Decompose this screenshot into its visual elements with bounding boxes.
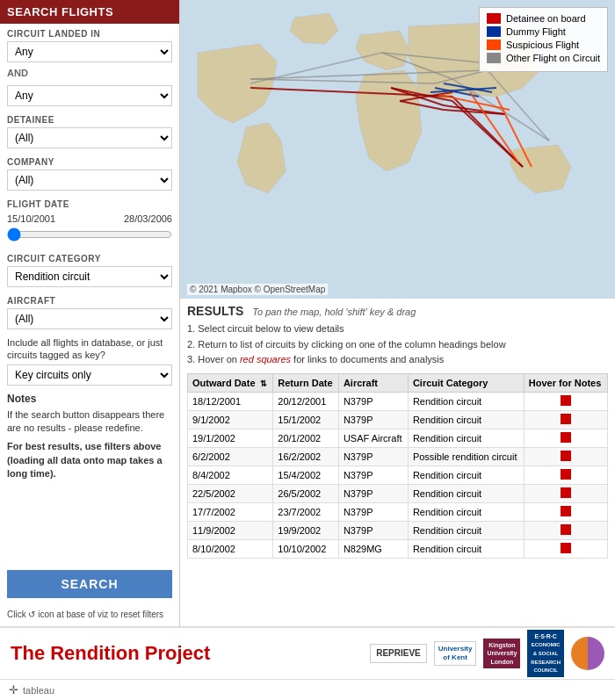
- circuit-category-select[interactable]: Rendition circuit: [7, 266, 172, 287]
- table-row[interactable]: 19/1/2002 20/1/2002 USAF Aircraft Rendit…: [188, 429, 608, 447]
- company-label: COMPANY: [7, 157, 172, 167]
- table-row[interactable]: 11/9/2002 19/9/2002 N379P Rendition circ…: [188, 521, 608, 539]
- company-select[interactable]: (All): [7, 170, 172, 191]
- date-range-display: 15/10/2001 28/03/2006: [7, 212, 172, 226]
- aircraft-select[interactable]: (All): [7, 308, 172, 329]
- results-hint: To pan the map, hold 'shift' key & drag: [252, 307, 416, 317]
- key-circuits-row: Include all flights in database, or just…: [0, 333, 179, 389]
- col-return[interactable]: Return Date: [273, 373, 339, 392]
- cell-hover-notes[interactable]: [524, 447, 607, 465]
- tableau-bar: ✛ tableau: [0, 679, 615, 700]
- aircraft-label: AIRCRAFT: [7, 296, 172, 306]
- notes-text2: For best results, use filters above (loa…: [7, 440, 172, 480]
- hover-icon: [561, 432, 571, 443]
- cell-category: Possible rendition circuit: [408, 447, 524, 465]
- legend-suspicious: Suspicious Flight: [487, 40, 600, 50]
- logo-kent: Universityof Kent: [434, 641, 477, 665]
- cell-return: 26/5/2002: [273, 484, 339, 502]
- legend-label-suspicious: Suspicious Flight: [506, 40, 579, 50]
- cell-return: 20/1/2002: [273, 429, 339, 447]
- search-button[interactable]: SEARCH: [7, 570, 172, 598]
- col-aircraft[interactable]: Aircraft: [338, 373, 408, 392]
- cell-return: 20/12/2001: [273, 392, 339, 410]
- instruction-2: 2. Return to list of circuits by clickin…: [187, 337, 608, 353]
- cell-hover-notes[interactable]: [524, 502, 607, 521]
- table-row[interactable]: 18/12/2001 20/12/2001 N379P Rendition ci…: [188, 392, 608, 410]
- cell-return: 15/4/2002: [273, 465, 339, 484]
- footer-title: The Rendition Project: [11, 642, 370, 665]
- content-area: Detainee on board Dummy Flight Suspiciou…: [180, 0, 615, 626]
- instruction-highlight: red squares: [240, 354, 291, 364]
- and-select[interactable]: Any: [7, 85, 172, 106]
- col-outward[interactable]: Outward Date ⇅: [188, 373, 273, 392]
- reset-hint: Click ↺ icon at base of viz to reset fil…: [0, 605, 179, 626]
- legend-label-other: Other Flight on Circuit: [506, 53, 600, 63]
- table-row[interactable]: 17/7/2002 23/7/2002 N379P Rendition circ…: [188, 502, 608, 521]
- search-button-container: SEARCH: [0, 563, 179, 605]
- tableau-text: tableau: [23, 685, 54, 696]
- hover-icon: [561, 543, 571, 553]
- instructions: 1. Select circuit below to view details …: [187, 321, 608, 368]
- date-start: 15/10/2001: [7, 213, 55, 224]
- circuit-landed-select[interactable]: Any: [7, 41, 172, 62]
- cell-aircraft: N829MG: [338, 539, 408, 558]
- cell-hover-notes[interactable]: [524, 539, 607, 558]
- table-row[interactable]: 9/1/2002 15/1/2002 N379P Rendition circu…: [188, 410, 608, 429]
- cell-category: Rendition circuit: [408, 429, 524, 447]
- cell-category: Rendition circuit: [408, 502, 524, 521]
- detainee-label: DETAINEE: [7, 115, 172, 125]
- logo-circle: [571, 637, 604, 670]
- results-table: Outward Date ⇅ Return Date Aircraft Circ…: [187, 373, 608, 559]
- and-label: AND: [0, 66, 179, 80]
- cell-return: 16/2/2002: [273, 447, 339, 465]
- table-row[interactable]: 8/4/2002 15/4/2002 N379P Rendition circu…: [188, 465, 608, 484]
- cell-aircraft: N379P: [338, 447, 408, 465]
- col-category[interactable]: Circuit Category: [408, 373, 524, 392]
- and-section: Any: [0, 80, 179, 110]
- app-container: SEARCH FLIGHTS CIRCUIT LANDED IN Any AND…: [0, 0, 615, 700]
- table-row[interactable]: 6/2/2002 16/2/2002 N379P Possible rendit…: [188, 447, 608, 465]
- aircraft-section: AIRCRAFT (All): [0, 291, 179, 333]
- detainee-section: DETAINEE (All): [0, 110, 179, 152]
- cell-aircraft: N379P: [338, 484, 408, 502]
- legend-label-dummy: Dummy Flight: [506, 26, 566, 37]
- table-row[interactable]: 8/10/2002 10/10/2002 N829MG Rendition ci…: [188, 539, 608, 558]
- col-notes[interactable]: Hover for Notes: [524, 373, 607, 392]
- key-circuits-select[interactable]: Key circuits only: [7, 364, 172, 386]
- legend-dummy: Dummy Flight: [487, 26, 600, 37]
- cell-return: 19/9/2002: [273, 521, 339, 539]
- results-area: RESULTS To pan the map, hold 'shift' key…: [180, 299, 615, 626]
- legend-label-detainee: Detainee on board: [506, 13, 586, 24]
- hover-icon: [561, 395, 571, 406]
- footer-title-plain: The: [11, 642, 50, 664]
- cell-hover-notes[interactable]: [524, 392, 607, 410]
- cell-hover-notes[interactable]: [524, 484, 607, 502]
- date-slider[interactable]: [7, 227, 172, 242]
- legend-color-other: [487, 53, 501, 63]
- cell-hover-notes[interactable]: [524, 429, 607, 447]
- map-legend: Detainee on board Dummy Flight Suspiciou…: [479, 7, 608, 72]
- cell-hover-notes[interactable]: [524, 465, 607, 484]
- legend-color-detainee: [487, 13, 501, 24]
- cell-hover-notes[interactable]: [524, 521, 607, 539]
- cell-return: 10/10/2002: [273, 539, 339, 558]
- cell-return: 23/7/2002: [273, 502, 339, 521]
- hover-icon: [561, 487, 571, 498]
- hover-icon: [561, 524, 571, 535]
- main-area: SEARCH FLIGHTS CIRCUIT LANDED IN Any AND…: [0, 0, 615, 626]
- instruction-3: 3. Hover on red squares for links to doc…: [187, 352, 608, 368]
- table-row[interactable]: 22/5/2002 26/5/2002 N379P Rendition circ…: [188, 484, 608, 502]
- cell-outward: 11/9/2002: [188, 521, 273, 539]
- legend-other: Other Flight on Circuit: [487, 53, 600, 63]
- cell-hover-notes[interactable]: [524, 410, 607, 429]
- instruction-1: 1. Select circuit below to view details: [187, 321, 608, 337]
- cell-aircraft: USAF Aircraft: [338, 429, 408, 447]
- cell-outward: 19/1/2002: [188, 429, 273, 447]
- cell-outward: 8/10/2002: [188, 539, 273, 558]
- detainee-select[interactable]: (All): [7, 127, 172, 148]
- cell-return: 15/1/2002: [273, 410, 339, 429]
- notes-title: Notes: [7, 393, 172, 405]
- cell-outward: 17/7/2002: [188, 502, 273, 521]
- cell-category: Rendition circuit: [408, 484, 524, 502]
- cell-aircraft: N379P: [338, 392, 408, 410]
